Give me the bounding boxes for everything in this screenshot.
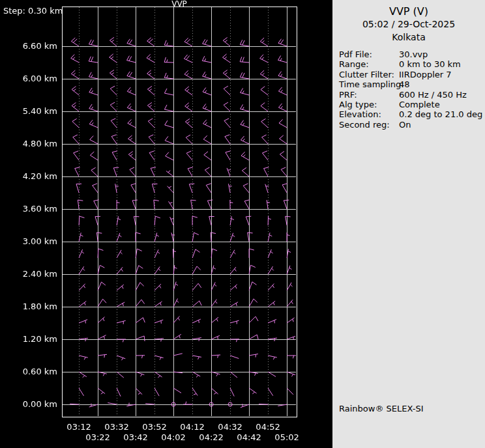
y-axis-label: 4.80 km	[0, 139, 57, 148]
y-axis-label: 5.40 km	[0, 106, 57, 116]
x-axis-label: 04:22	[196, 432, 226, 442]
x-axis-label: 03:12	[64, 422, 94, 432]
product-title: VVP (V)	[332, 5, 485, 18]
y-axis-label: 2.40 km	[0, 269, 57, 279]
x-axis-label: 04:12	[177, 422, 207, 432]
step-label: Step: 0.30 km	[3, 6, 63, 16]
y-axis-label: 1.20 km	[0, 334, 57, 344]
x-axis-label: 05:02	[272, 432, 302, 442]
site-name: Kolkata	[332, 32, 485, 42]
y-axis-label: 3.60 km	[0, 204, 57, 214]
info-label: Alg type:	[339, 100, 399, 109]
x-axis-label: 03:52	[140, 422, 169, 432]
x-axis-label: 04:32	[215, 422, 245, 432]
info-value: 48	[399, 79, 410, 89]
info-label: Time sampling:	[339, 79, 399, 89]
info-label: Clutter Filter:	[339, 70, 399, 79]
info-row-alg-type: Alg type: Complete	[339, 100, 485, 109]
x-axis-label: 03:42	[121, 432, 151, 442]
x-axis-label: 04:42	[234, 432, 264, 442]
x-axis-label: 03:22	[83, 432, 113, 442]
info-row-second-reg: Second reg: On	[339, 120, 485, 130]
brand-label: Rainbow® SELEX-SI	[339, 404, 424, 413]
info-row-prf: PRF: 600 Hz / 450 Hz	[339, 90, 485, 100]
info-value: 600 Hz / 450 Hz	[399, 90, 467, 100]
y-axis-label: 6.00 km	[0, 74, 57, 83]
info-value: 0.2 deg to 21.0 deg	[399, 109, 482, 119]
y-axis-label: 3.00 km	[0, 236, 57, 246]
info-label: Second reg:	[339, 120, 399, 130]
y-axis-label: 4.20 km	[0, 171, 57, 181]
product-datetime: 05:02 / 29-Oct-2025	[332, 19, 485, 29]
info-value: 30.vvp	[399, 49, 428, 59]
y-axis-label: 0.60 km	[0, 367, 57, 376]
info-label: Pdf File:	[339, 49, 399, 59]
x-axis-label: 04:52	[253, 422, 283, 432]
x-axis-label: 03:32	[102, 422, 132, 432]
info-value: IIRDoppler 7	[399, 70, 452, 79]
x-axis-label: 04:02	[158, 432, 188, 442]
info-label: Elevation:	[339, 109, 399, 119]
plot-axes: Step: 0.30 km VVP 6.60 km6.00 km5.40 km4…	[0, 0, 332, 448]
y-axis-label: 6.60 km	[0, 41, 57, 51]
y-axis-label: 0.00 km	[0, 399, 57, 409]
info-label: PRF:	[339, 90, 399, 100]
info-row-pdf-file: Pdf File: 30.vvp	[339, 49, 485, 59]
info-value: Complete	[399, 100, 440, 109]
info-row-time-sampling: Time sampling: 48	[339, 79, 485, 89]
info-value: On	[399, 120, 411, 130]
info-label: Range:	[339, 59, 399, 69]
info-row-clutter-filter: Clutter Filter: IIRDoppler 7	[339, 70, 485, 79]
vvp-window: Step: 0.30 km VVP 6.60 km6.00 km5.40 km4…	[0, 0, 485, 448]
y-axis-label: 1.80 km	[0, 301, 57, 311]
info-panel: VVP (V) 05:02 / 29-Oct-2025 Kolkata Pdf …	[332, 0, 485, 448]
info-row-elevation: Elevation: 0.2 deg to 21.0 deg	[339, 109, 485, 119]
plot-title: VVP	[62, 0, 297, 8]
info-row-range: Range: 0 km to 30 km	[339, 59, 485, 69]
info-value: 0 km to 30 km	[399, 59, 461, 69]
product-info: Pdf File: 30.vvp Range: 0 km to 30 km Cl…	[339, 49, 485, 130]
